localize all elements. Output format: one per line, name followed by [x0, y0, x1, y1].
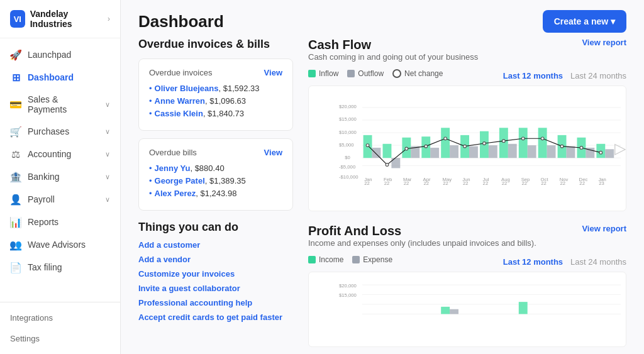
view-bills-link[interactable]: View [264, 148, 282, 157]
cashflow-title: Cash Flow [308, 38, 478, 52]
bullet: • [149, 109, 152, 118]
inflow-dot [308, 70, 316, 77]
legend-inflow: Inflow [308, 69, 338, 78]
legend-expense: Expense [352, 255, 392, 264]
net-dot-7 [502, 140, 506, 143]
sidebar-item-sales[interactable]: 💳 Sales & Payments ∨ [0, 89, 120, 120]
main-content: Dashboard Create a new ▾ Overdue invoice… [121, 0, 644, 354]
y-label-neg10k: -$10,000 [339, 174, 358, 180]
bill-item: •Jenny Yu, $880.40 [149, 163, 282, 173]
banking-icon: 🏦 [10, 171, 21, 182]
sidebar-item-integrations[interactable]: Integrations [0, 307, 120, 328]
cashflow-12months[interactable]: Last 12 months [503, 71, 563, 80]
y-label-20k: $20,000 [339, 104, 357, 109]
action-link[interactable]: Add a vendor [138, 255, 293, 264]
brand-name: Vandelay Industries [30, 9, 100, 29]
brand[interactable]: VI Vandelay Industries › [0, 0, 120, 38]
sidebar-item-accounting[interactable]: ⚖ Accounting ∨ [0, 143, 120, 165]
y-label-15k: $15,000 [339, 116, 357, 122]
cashflow-section: Cash Flow Cash coming in and going out o… [308, 38, 626, 211]
accounting-icon: ⚖ [10, 148, 21, 160]
x-label-dec22b: 22 [579, 180, 585, 186]
payroll-icon: 👤 [10, 194, 21, 205]
chevron-accounting-icon: ∨ [105, 150, 110, 158]
action-link[interactable]: Customize your invoices [138, 269, 293, 279]
y-label-10k: $10,000 [339, 130, 357, 135]
chevron-banking-icon: ∨ [105, 173, 110, 181]
net-dot-8 [521, 137, 525, 140]
sidebar-label-accounting: Accounting [28, 149, 99, 159]
overdue-invoices-card: Overdue invoices View •Oliver Bluejeans,… [138, 58, 293, 131]
net-dot-0 [366, 144, 369, 147]
cashflow-chart: $20,000 $15,000 $10,000 $5,000 $0 -$5,00… [308, 86, 626, 211]
profit-loss-section: Profit And Loss Income and expenses only… [308, 224, 626, 347]
y-label-neg5k: -$5,000 [339, 164, 355, 170]
action-link[interactable]: Accept credit cards to get paid faster [138, 313, 293, 322]
overdue-bills-card: Overdue bills View •Jenny Yu, $880.40•Ge… [138, 138, 293, 211]
brand-chevron-icon: › [108, 14, 110, 23]
left-column: Overdue invoices & bills Overdue invoice… [138, 38, 308, 354]
y-label-0: $0 [345, 155, 350, 160]
sidebar-item-wave-advisors[interactable]: 👥 Wave Advisors [0, 233, 120, 256]
page-title: Dashboard [138, 12, 224, 31]
sidebar-item-settings[interactable]: Settings [0, 328, 120, 349]
sidebar-item-payroll[interactable]: 👤 Payroll ∨ [0, 188, 120, 211]
action-link[interactable]: Invite a guest collaborator [138, 284, 293, 293]
net-dot-4 [444, 137, 447, 140]
sidebar-label-reports: Reports [28, 217, 110, 227]
purchases-icon: 🛒 [10, 126, 21, 137]
content-area: Overdue invoices & bills Overdue invoice… [121, 38, 644, 354]
x-label-nov22b: 22 [560, 180, 565, 186]
sidebar-label-dashboard: Dashboard [28, 72, 110, 82]
sidebar-label-tax-filing: Tax filing [28, 262, 110, 272]
pl-view-report[interactable]: View report [582, 224, 626, 233]
bar-inflow-4 [441, 128, 450, 158]
overdue-invoices-label: Overdue invoices [149, 68, 212, 77]
sidebar-label-purchases: Purchases [28, 126, 99, 136]
bullet: • [149, 163, 152, 173]
legend-income: Income [308, 255, 343, 264]
bullet: • [149, 96, 152, 106]
sidebar: VI Vandelay Industries › 🚀 Launchpad ⊞ D… [0, 0, 121, 354]
sidebar-item-launchpad[interactable]: 🚀 Launchpad [0, 43, 120, 66]
x-label-jun22b: 22 [463, 180, 469, 186]
chevron-payroll-icon: ∨ [105, 196, 110, 204]
sidebar-item-tax-filing[interactable]: 📄 Tax filing [0, 256, 120, 279]
sidebar-item-dashboard[interactable]: ⊞ Dashboard [0, 66, 120, 89]
x-label-jan23b: 23 [599, 180, 604, 186]
sidebar-item-reports[interactable]: 📊 Reports [0, 211, 120, 233]
net-dot-3 [425, 145, 428, 148]
x-label-jan22b: 22 [364, 180, 370, 186]
sidebar-item-banking[interactable]: 🏦 Banking ∨ [0, 165, 120, 188]
action-link[interactable]: Professional accounting help [138, 298, 293, 307]
pl-bar-income-4 [441, 307, 450, 314]
pl-12months[interactable]: Last 12 months [503, 257, 563, 267]
view-invoices-link[interactable]: View [264, 68, 282, 77]
invoice-link[interactable]: Cassie Klein [155, 109, 203, 118]
sidebar-label-banking: Banking [28, 172, 99, 182]
cashflow-legend: Inflow Outflow Net change [308, 69, 443, 78]
invoice-link[interactable]: Anne Warren [155, 96, 205, 106]
invoice-link[interactable]: Oliver Bluejeans [155, 84, 219, 93]
bill-link[interactable]: Alex Perez [155, 189, 196, 198]
x-label-jul22b: 22 [483, 180, 489, 186]
pl-24months[interactable]: Last 24 months [570, 257, 626, 267]
action-link[interactable]: Add a customer [138, 240, 293, 250]
x-label-apr22b: 22 [423, 180, 429, 186]
net-change-icon [392, 69, 401, 78]
create-new-button[interactable]: Create a new ▾ [543, 10, 626, 33]
sidebar-item-purchases[interactable]: 🛒 Purchases ∨ [0, 120, 120, 143]
income-dot [308, 256, 316, 263]
sidebar-label-launchpad: Launchpad [28, 50, 110, 60]
net-dot-2 [405, 147, 408, 150]
bill-link[interactable]: George Patel [155, 176, 205, 185]
tax-filing-icon: 📄 [10, 262, 21, 273]
overdue-section-title: Overdue invoices & bills [138, 38, 293, 51]
invoice-item: •Cassie Klein, $1,840.73 [149, 109, 282, 118]
bullet: • [149, 176, 152, 185]
bill-link[interactable]: Jenny Yu [155, 163, 191, 173]
cashflow-24months[interactable]: Last 24 months [570, 71, 626, 80]
chevron-purchases-icon: ∨ [105, 128, 110, 136]
cashflow-view-report[interactable]: View report [582, 38, 626, 47]
pl-controls: View report [582, 224, 626, 233]
